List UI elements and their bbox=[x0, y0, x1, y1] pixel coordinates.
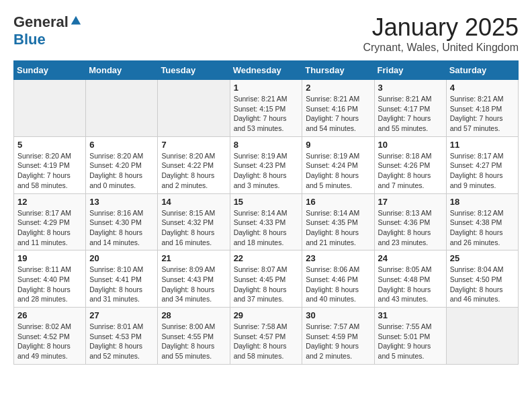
logo-blue-text: Blue bbox=[13, 31, 46, 48]
day-info: Sunrise: 8:09 AM Sunset: 4:43 PM Dayligh… bbox=[161, 265, 215, 303]
day-info: Sunrise: 8:21 AM Sunset: 4:15 PM Dayligh… bbox=[234, 95, 287, 132]
calendar-cell: 8Sunrise: 8:19 AM Sunset: 4:23 PM Daylig… bbox=[230, 136, 302, 193]
calendar-cell: 6Sunrise: 8:20 AM Sunset: 4:20 PM Daylig… bbox=[86, 136, 158, 193]
calendar-cell: 17Sunrise: 8:13 AM Sunset: 4:36 PM Dayli… bbox=[374, 193, 446, 250]
day-info: Sunrise: 8:20 AM Sunset: 4:22 PM Dayligh… bbox=[161, 152, 215, 189]
svg-marker-0 bbox=[71, 16, 81, 25]
calendar-table: SundayMondayTuesdayWednesdayThursdayFrid… bbox=[13, 60, 519, 365]
calendar-cell: 30Sunrise: 7:57 AM Sunset: 4:59 PM Dayli… bbox=[302, 308, 374, 365]
day-number: 10 bbox=[378, 140, 443, 150]
day-number: 14 bbox=[161, 197, 226, 207]
logo-icon bbox=[70, 15, 82, 27]
day-number: 31 bbox=[378, 310, 443, 320]
day-number: 2 bbox=[306, 83, 370, 93]
calendar-cell: 22Sunrise: 8:07 AM Sunset: 4:45 PM Dayli… bbox=[230, 250, 302, 308]
calendar-cell: 27Sunrise: 8:01 AM Sunset: 4:53 PM Dayli… bbox=[86, 308, 158, 365]
calendar-cell: 7Sunrise: 8:20 AM Sunset: 4:22 PM Daylig… bbox=[158, 136, 230, 193]
calendar-week-3: 12Sunrise: 8:17 AM Sunset: 4:29 PM Dayli… bbox=[14, 193, 519, 250]
header-day-tuesday: Tuesday bbox=[158, 61, 230, 80]
day-number: 23 bbox=[306, 253, 370, 263]
day-info: Sunrise: 8:20 AM Sunset: 4:20 PM Dayligh… bbox=[89, 152, 143, 189]
header-day-sunday: Sunday bbox=[14, 61, 86, 80]
calendar-cell: 23Sunrise: 8:06 AM Sunset: 4:46 PM Dayli… bbox=[302, 250, 374, 308]
day-number: 20 bbox=[89, 253, 154, 263]
calendar-cell: 12Sunrise: 8:17 AM Sunset: 4:29 PM Dayli… bbox=[14, 193, 86, 250]
calendar-cell bbox=[86, 80, 158, 137]
calendar-cell: 31Sunrise: 7:55 AM Sunset: 5:01 PM Dayli… bbox=[374, 308, 446, 365]
day-info: Sunrise: 8:20 AM Sunset: 4:19 PM Dayligh… bbox=[17, 152, 71, 189]
day-number: 29 bbox=[234, 310, 299, 320]
calendar-cell: 20Sunrise: 8:10 AM Sunset: 4:41 PM Dayli… bbox=[86, 250, 158, 308]
day-info: Sunrise: 8:21 AM Sunset: 4:18 PM Dayligh… bbox=[450, 95, 504, 132]
calendar-cell: 3Sunrise: 8:21 AM Sunset: 4:17 PM Daylig… bbox=[374, 80, 446, 137]
day-number: 8 bbox=[234, 140, 299, 150]
day-info: Sunrise: 8:10 AM Sunset: 4:41 PM Dayligh… bbox=[89, 265, 143, 303]
day-info: Sunrise: 8:00 AM Sunset: 4:55 PM Dayligh… bbox=[161, 322, 215, 360]
day-number: 24 bbox=[378, 253, 443, 263]
calendar-week-5: 26Sunrise: 8:02 AM Sunset: 4:52 PM Dayli… bbox=[14, 308, 519, 365]
header-day-monday: Monday bbox=[86, 61, 158, 80]
calendar-week-4: 19Sunrise: 8:11 AM Sunset: 4:40 PM Dayli… bbox=[14, 250, 519, 308]
calendar-cell: 29Sunrise: 7:58 AM Sunset: 4:57 PM Dayli… bbox=[230, 308, 302, 365]
title-block: January 2025 Crynant, Wales, United King… bbox=[363, 13, 519, 54]
calendar-cell: 4Sunrise: 8:21 AM Sunset: 4:18 PM Daylig… bbox=[446, 80, 518, 137]
month-title: January 2025 bbox=[363, 13, 519, 42]
day-number: 16 bbox=[306, 197, 370, 207]
location-text: Crynant, Wales, United Kingdom bbox=[363, 42, 519, 54]
header-day-wednesday: Wednesday bbox=[230, 61, 302, 80]
calendar-cell: 19Sunrise: 8:11 AM Sunset: 4:40 PM Dayli… bbox=[14, 250, 86, 308]
day-info: Sunrise: 8:15 AM Sunset: 4:32 PM Dayligh… bbox=[161, 209, 215, 246]
calendar-cell: 9Sunrise: 8:19 AM Sunset: 4:24 PM Daylig… bbox=[302, 136, 374, 193]
calendar-header: SundayMondayTuesdayWednesdayThursdayFrid… bbox=[14, 61, 519, 80]
day-info: Sunrise: 8:04 AM Sunset: 4:50 PM Dayligh… bbox=[450, 265, 504, 303]
calendar-week-1: 1Sunrise: 8:21 AM Sunset: 4:15 PM Daylig… bbox=[14, 80, 519, 137]
day-number: 6 bbox=[89, 140, 154, 150]
calendar-cell: 14Sunrise: 8:15 AM Sunset: 4:32 PM Dayli… bbox=[158, 193, 230, 250]
calendar-cell: 24Sunrise: 8:05 AM Sunset: 4:48 PM Dayli… bbox=[374, 250, 446, 308]
day-info: Sunrise: 8:07 AM Sunset: 4:45 PM Dayligh… bbox=[234, 265, 287, 303]
day-info: Sunrise: 8:21 AM Sunset: 4:16 PM Dayligh… bbox=[306, 95, 359, 132]
day-number: 28 bbox=[161, 310, 226, 320]
day-info: Sunrise: 8:11 AM Sunset: 4:40 PM Dayligh… bbox=[17, 265, 71, 303]
day-info: Sunrise: 8:14 AM Sunset: 4:33 PM Dayligh… bbox=[234, 209, 287, 246]
calendar-week-2: 5Sunrise: 8:20 AM Sunset: 4:19 PM Daylig… bbox=[14, 136, 519, 193]
calendar-cell: 21Sunrise: 8:09 AM Sunset: 4:43 PM Dayli… bbox=[158, 250, 230, 308]
day-number: 21 bbox=[161, 253, 226, 263]
logo: General Blue bbox=[13, 13, 82, 48]
calendar-cell bbox=[14, 80, 86, 137]
calendar-cell: 1Sunrise: 8:21 AM Sunset: 4:15 PM Daylig… bbox=[230, 80, 302, 137]
day-number: 17 bbox=[378, 197, 443, 207]
page-header: General Blue January 2025 Crynant, Wales… bbox=[13, 13, 519, 54]
calendar-cell: 28Sunrise: 8:00 AM Sunset: 4:55 PM Dayli… bbox=[158, 308, 230, 365]
day-info: Sunrise: 8:21 AM Sunset: 4:17 PM Dayligh… bbox=[378, 95, 432, 132]
day-info: Sunrise: 8:01 AM Sunset: 4:53 PM Dayligh… bbox=[89, 322, 143, 360]
day-number: 1 bbox=[234, 83, 299, 93]
calendar-cell: 25Sunrise: 8:04 AM Sunset: 4:50 PM Dayli… bbox=[446, 250, 518, 308]
day-info: Sunrise: 8:17 AM Sunset: 4:27 PM Dayligh… bbox=[450, 152, 504, 189]
calendar-cell: 13Sunrise: 8:16 AM Sunset: 4:30 PM Dayli… bbox=[86, 193, 158, 250]
day-number: 26 bbox=[17, 310, 82, 320]
day-info: Sunrise: 8:17 AM Sunset: 4:29 PM Dayligh… bbox=[17, 209, 71, 246]
day-info: Sunrise: 8:05 AM Sunset: 4:48 PM Dayligh… bbox=[378, 265, 432, 303]
calendar-cell: 26Sunrise: 8:02 AM Sunset: 4:52 PM Dayli… bbox=[14, 308, 86, 365]
header-day-saturday: Saturday bbox=[446, 61, 518, 80]
day-number: 13 bbox=[89, 197, 154, 207]
calendar-body: 1Sunrise: 8:21 AM Sunset: 4:15 PM Daylig… bbox=[14, 80, 519, 365]
day-number: 27 bbox=[89, 310, 154, 320]
day-number: 25 bbox=[450, 253, 515, 263]
day-info: Sunrise: 8:02 AM Sunset: 4:52 PM Dayligh… bbox=[17, 322, 71, 360]
calendar-cell: 11Sunrise: 8:17 AM Sunset: 4:27 PM Dayli… bbox=[446, 136, 518, 193]
day-info: Sunrise: 8:19 AM Sunset: 4:23 PM Dayligh… bbox=[234, 152, 287, 189]
day-info: Sunrise: 8:14 AM Sunset: 4:35 PM Dayligh… bbox=[306, 209, 359, 246]
day-number: 11 bbox=[450, 140, 515, 150]
calendar-cell: 2Sunrise: 8:21 AM Sunset: 4:16 PM Daylig… bbox=[302, 80, 374, 137]
day-number: 5 bbox=[17, 140, 82, 150]
day-info: Sunrise: 8:18 AM Sunset: 4:26 PM Dayligh… bbox=[378, 152, 432, 189]
day-number: 18 bbox=[450, 197, 515, 207]
day-number: 9 bbox=[306, 140, 370, 150]
header-day-friday: Friday bbox=[374, 61, 446, 80]
day-info: Sunrise: 8:16 AM Sunset: 4:30 PM Dayligh… bbox=[89, 209, 143, 246]
day-number: 4 bbox=[450, 83, 515, 93]
day-info: Sunrise: 8:12 AM Sunset: 4:38 PM Dayligh… bbox=[450, 209, 504, 246]
day-number: 15 bbox=[234, 197, 299, 207]
